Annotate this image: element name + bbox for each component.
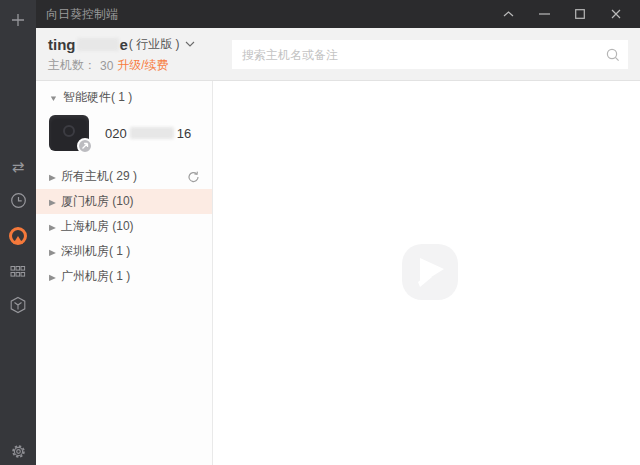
minimize-icon <box>539 13 550 15</box>
titlebar: 向日葵控制端 <box>36 0 640 28</box>
plus-icon <box>10 12 26 28</box>
triangle-collapsed-icon: ▶ <box>49 197 56 206</box>
close-icon <box>611 9 621 19</box>
sidebar-item-transfer[interactable]: ⇄ <box>0 152 36 180</box>
tree-group-smart-hardware[interactable]: ▼ 智能硬件( 1 ) <box>36 85 212 110</box>
account-name-prefix: ting <box>48 36 76 53</box>
hosts-count-label: 主机数： <box>48 57 96 74</box>
gear-icon <box>10 443 27 460</box>
device-thumbnail <box>49 115 89 151</box>
sidebar-item-history[interactable] <box>0 186 36 214</box>
tree-group-label: 智能硬件( 1 ) <box>63 89 132 106</box>
clock-icon <box>10 192 27 209</box>
triangle-collapsed-icon: ▶ <box>49 172 56 181</box>
search-icon[interactable] <box>598 47 628 63</box>
sunlogin-watermark-icon <box>402 244 458 300</box>
tree-group-label: 上海机房 (10) <box>61 218 134 235</box>
hosts-count-value: 30 <box>100 59 113 73</box>
hosts-count-line: 主机数：30 升级/续费 <box>48 57 195 74</box>
tree-group-shanghai[interactable]: ▶ 上海机房 (10) <box>36 214 212 239</box>
tree-group-label: 厦门机房 (10) <box>61 193 134 210</box>
account-edition-label: ( 行业版 ) <box>129 36 180 53</box>
tree-group-guangzhou[interactable]: ▶ 广州机房( 1 ) <box>36 264 212 289</box>
device-status-badge <box>77 138 93 154</box>
triangle-expanded-icon: ▼ <box>49 93 58 102</box>
tree-group-label: 广州机房( 1 ) <box>61 268 130 285</box>
window-controls <box>490 0 640 28</box>
triangle-collapsed-icon: ▶ <box>49 222 56 231</box>
sidebar-item-hardware[interactable] <box>0 291 36 319</box>
chevron-down-icon <box>185 41 195 47</box>
search-box <box>232 40 628 69</box>
maximize-icon <box>575 9 585 19</box>
minimize-button[interactable] <box>526 0 562 28</box>
sunlogin-client-window: ⇄ <box>0 0 640 465</box>
header: ting e ( 行业版 ) 主机数：30 升级/续费 <box>36 28 640 81</box>
tree-group-label: 深圳机房( 1 ) <box>61 243 130 260</box>
smart-hardware-device-item[interactable]: 020 16 <box>36 110 212 156</box>
account-block: ting e ( 行业版 ) 主机数：30 升级/续费 <box>48 34 195 74</box>
sidebar: ⇄ <box>0 0 36 465</box>
refresh-icon <box>187 170 200 183</box>
sidebar-item-remote-control[interactable] <box>0 222 36 250</box>
swap-arrows-icon: ⇄ <box>12 159 25 174</box>
redacted-device-id <box>130 127 174 139</box>
triangle-collapsed-icon: ▶ <box>49 247 56 256</box>
sidebar-item-devices-grid[interactable] <box>0 258 36 286</box>
chevron-up-icon <box>503 11 514 17</box>
close-button[interactable] <box>598 0 634 28</box>
maximize-button[interactable] <box>562 0 598 28</box>
search-input[interactable] <box>232 48 598 62</box>
sunlogin-logo-icon <box>9 227 27 245</box>
grid-icon <box>10 265 26 279</box>
refresh-button[interactable] <box>187 170 200 183</box>
redacted-username <box>77 38 119 51</box>
tree-group-label: 所有主机( 29 ) <box>61 168 137 185</box>
account-name-suffix: e <box>120 36 128 53</box>
tree-group-shenzhen[interactable]: ▶ 深圳机房( 1 ) <box>36 239 212 264</box>
host-tree-panel: ▼ 智能硬件( 1 ) 020 16 ▶ 所有主机( 29 ) <box>36 81 213 465</box>
host-list-empty-area <box>214 81 640 465</box>
triangle-collapsed-icon: ▶ <box>49 272 56 281</box>
window-title: 向日葵控制端 <box>36 6 490 23</box>
device-emblem <box>63 125 75 137</box>
settings-button[interactable] <box>0 437 36 465</box>
account-dropdown[interactable]: ting e ( 行业版 ) <box>48 34 195 54</box>
cube-icon <box>9 296 27 314</box>
upgrade-renew-link[interactable]: 升级/续费 <box>117 57 168 74</box>
device-id-suffix: 16 <box>177 126 191 141</box>
tree-group-all-hosts[interactable]: ▶ 所有主机( 29 ) <box>36 164 212 189</box>
tree-group-xiamen[interactable]: ▶ 厦门机房 (10) <box>36 189 212 214</box>
add-button[interactable] <box>0 6 36 34</box>
collapse-button[interactable] <box>490 0 526 28</box>
device-id-prefix: 020 <box>105 126 127 141</box>
device-id-label: 020 16 <box>105 126 191 141</box>
